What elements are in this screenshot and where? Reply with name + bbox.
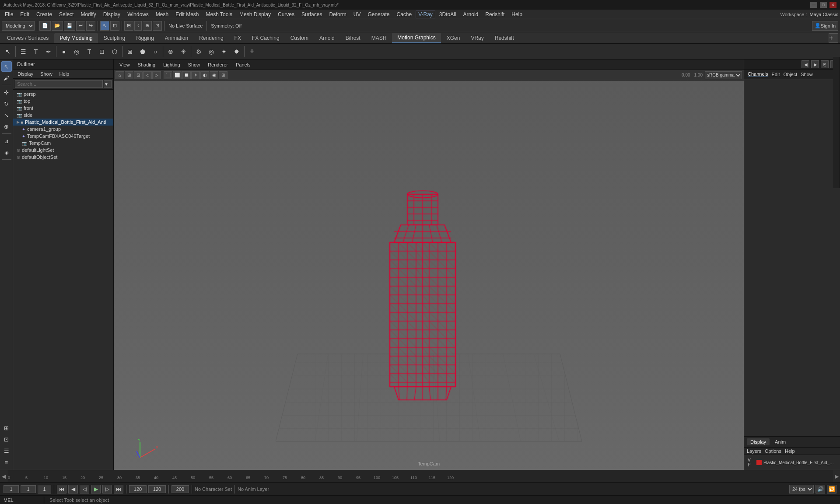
bevel-btn[interactable]: ⬟ <box>136 46 149 58</box>
tab-bifrost[interactable]: Bifrost <box>340 33 366 43</box>
tool-layers[interactable]: ☰ <box>1 445 12 456</box>
rp-anim-tab[interactable]: Anim <box>771 438 789 445</box>
menu-mesh-tools[interactable]: Mesh Tools <box>203 10 235 18</box>
menu-arnold[interactable]: Arnold <box>460 10 482 18</box>
vp-menu-shading[interactable]: Shading <box>136 61 158 68</box>
tab-poly-modeling[interactable]: Poly Modeling <box>54 33 98 43</box>
outliner-menu-display[interactable]: Display <box>16 71 35 77</box>
lasso-icon-btn[interactable]: ☰ <box>17 46 29 58</box>
tool-move[interactable]: ✛ <box>1 87 12 98</box>
timeline-ruler[interactable]: 0 5 10 15 20 25 30 35 40 45 50 55 60 65 … <box>7 470 833 482</box>
menu-file[interactable]: File <box>2 10 16 18</box>
step-fwd-btn[interactable]: ▷ <box>102 485 112 494</box>
vp-frame-sel[interactable]: ⊡ <box>134 71 143 79</box>
menu-redshift[interactable]: Redshift <box>482 10 508 18</box>
outliner-item-tempcam[interactable]: 📷 TempCam <box>13 140 113 147</box>
tab-redshift[interactable]: Redshift <box>490 33 519 43</box>
nurbs-btn[interactable]: ⊡ <box>96 46 108 58</box>
snap-grid-btn[interactable]: ⊞ <box>124 21 133 31</box>
viewport-canvas[interactable]: X Y Z TempCam <box>114 80 744 470</box>
text3d-btn[interactable]: T <box>83 46 95 58</box>
anim-end-input[interactable] <box>148 485 166 493</box>
menu-vray[interactable]: V-Ray <box>416 10 435 18</box>
tool-snap[interactable]: ⊡ <box>1 434 12 444</box>
vp-smooth[interactable]: ⬜ <box>173 71 182 79</box>
tab-mash[interactable]: MASH <box>366 33 392 43</box>
menu-cache[interactable]: Cache <box>393 10 415 18</box>
channel-row-bottle[interactable]: V P Plastic_Medical_Bottle_First_Aid_Ant… <box>746 457 838 468</box>
maximize-button[interactable]: □ <box>820 2 827 8</box>
menu-create[interactable]: Create <box>33 10 55 18</box>
frame-current-input[interactable] <box>21 485 36 493</box>
extrude-btn[interactable]: ⊠ <box>124 46 136 58</box>
particles-btn[interactable]: ✦ <box>218 46 230 58</box>
rp-object-tab[interactable]: Object <box>783 72 797 77</box>
combined-btn[interactable]: ⊛ <box>164 46 177 58</box>
tab-curves-surfaces[interactable]: Curves / Surfaces <box>2 33 54 43</box>
tab-xgen[interactable]: XGen <box>441 33 466 43</box>
timeline-scroll-right[interactable]: ▶ <box>833 470 840 482</box>
rp-display-tab[interactable]: Display <box>747 438 770 445</box>
sun-btn[interactable]: ☀ <box>177 46 189 58</box>
menu-3dtoall[interactable]: 3DtoAll <box>436 10 459 18</box>
vp-menu-panels[interactable]: Panels <box>234 61 253 68</box>
vp-menu-view[interactable]: View <box>117 61 132 68</box>
frame-start-input[interactable] <box>4 485 19 493</box>
menu-modify[interactable]: Modify <box>77 10 99 18</box>
tab-animation[interactable]: Animation <box>160 33 193 43</box>
vp-next-frame[interactable]: ▷ <box>152 71 161 79</box>
tab-sculpting[interactable]: Sculpting <box>98 33 130 43</box>
outliner-filter-btn[interactable]: ▼ <box>104 80 112 88</box>
outliner-item-side[interactable]: 📷 side <box>13 112 113 119</box>
outliner-item-top[interactable]: 📷 top <box>13 98 113 105</box>
play-back-btn[interactable]: ◁ <box>80 485 89 494</box>
undo-btn[interactable]: ↩ <box>76 21 85 31</box>
minimize-button[interactable]: — <box>810 2 817 8</box>
rp-next-btn[interactable]: ▶ <box>811 60 819 68</box>
play-end-btn[interactable]: ⏭ <box>114 485 123 494</box>
tool-show-manip[interactable]: ◈ <box>1 147 12 158</box>
save-scene-btn[interactable]: 💾 <box>64 21 75 31</box>
range-end-input[interactable] <box>129 485 147 493</box>
tab-vray[interactable]: VRay <box>466 33 489 43</box>
timeline-scroll-left[interactable]: ◀ <box>0 470 7 482</box>
mel-label[interactable]: MEL <box>4 497 38 503</box>
target-btn[interactable]: ◎ <box>205 46 217 58</box>
outliner-item-persp[interactable]: 📷 persp <box>13 91 113 98</box>
rp-show-tab[interactable]: Show <box>801 72 813 77</box>
vp-frame-all[interactable]: ⊞ <box>125 71 133 79</box>
rp-help-link[interactable]: Help <box>785 448 795 454</box>
add-icon-btn[interactable]: + <box>246 46 258 58</box>
poly-btn[interactable]: ⬡ <box>108 46 121 58</box>
outliner-item-objectset[interactable]: ⊙ defaultObjectSet <box>13 154 113 161</box>
paint-btn[interactable]: ✒ <box>42 46 55 58</box>
vp-wireframe[interactable]: ⬛ <box>164 71 172 79</box>
close-button[interactable]: ✕ <box>830 2 836 8</box>
menu-mesh[interactable]: Mesh <box>153 10 172 18</box>
vp-cam-home[interactable]: ⌂ <box>116 71 124 79</box>
anim-range-end-input[interactable] <box>172 485 189 493</box>
tab-custom[interactable]: Custom <box>285 33 314 43</box>
vp-grid[interactable]: ⊞ <box>219 71 228 79</box>
vp-menu-show[interactable]: Show <box>186 61 203 68</box>
select-tool-btn[interactable]: ↖ <box>100 21 109 31</box>
snap-point-btn[interactable]: ⊕ <box>143 21 152 31</box>
tab-fx[interactable]: FX <box>229 33 246 43</box>
rp-channels-tab[interactable]: Channels <box>748 71 768 77</box>
tool-select[interactable]: ↖ <box>1 61 12 72</box>
tool-soft-mod[interactable]: ⊿ <box>1 136 12 146</box>
tool-paint-select[interactable]: 🖌 <box>1 73 12 83</box>
tab-motion-graphics[interactable]: Motion Graphics <box>392 33 441 43</box>
tab-rendering[interactable]: Rendering <box>194 33 228 43</box>
outliner-item-bottle[interactable]: ▶ ■ Plastic_Medical_Bottle_First_Aid_Ant… <box>13 119 113 126</box>
outliner-item-front[interactable]: 📷 front <box>13 105 113 112</box>
outliner-menu-help[interactable]: Help <box>58 71 71 77</box>
menu-help[interactable]: Help <box>508 10 525 18</box>
menu-mesh-display[interactable]: Mesh Display <box>236 10 274 18</box>
vp-ao[interactable]: ◉ <box>210 71 218 79</box>
vp-prev-frame[interactable]: ◁ <box>143 71 152 79</box>
tool-list[interactable]: ≡ <box>1 457 12 467</box>
vp-menu-renderer[interactable]: Renderer <box>206 61 230 68</box>
tab-rigging[interactable]: Rigging <box>131 33 159 43</box>
select-icon-btn[interactable]: ↖ <box>2 46 14 58</box>
